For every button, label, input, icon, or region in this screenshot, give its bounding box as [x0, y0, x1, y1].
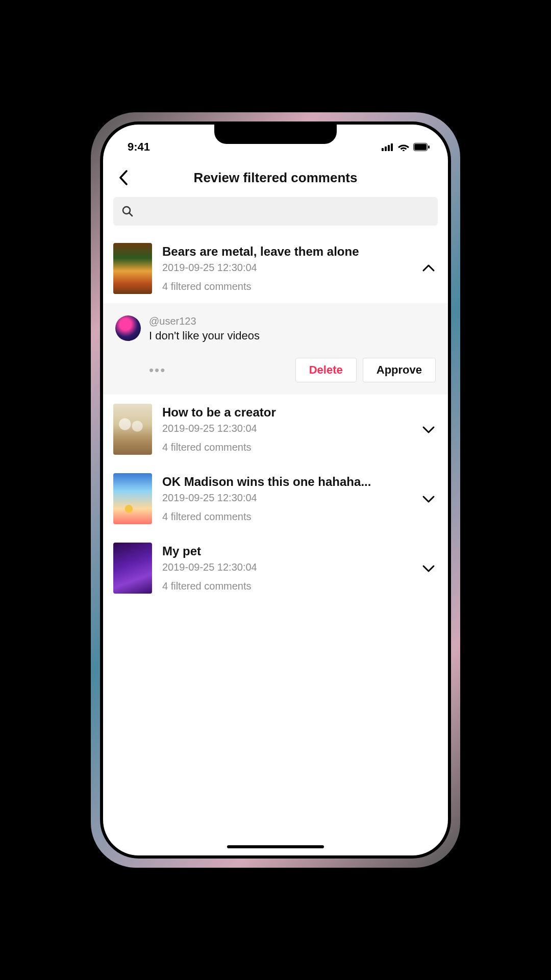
chevron-down-icon[interactable] — [421, 561, 436, 575]
chevron-up-icon[interactable] — [421, 261, 436, 276]
comment-block: @user123 I don't like your videos ••• De… — [103, 303, 448, 395]
search-icon — [121, 205, 134, 217]
video-item[interactable]: My pet 2019-09-25 12:30:04 4 filtered co… — [103, 533, 448, 603]
video-thumbnail — [113, 543, 152, 594]
chevron-down-icon[interactable] — [421, 422, 436, 436]
comment-body: @user123 I don't like your videos — [149, 315, 436, 342]
video-item[interactable]: Bears are metal, leave them alone 2019-0… — [103, 234, 448, 303]
video-thumbnail — [113, 404, 152, 455]
comment-row: @user123 I don't like your videos — [115, 315, 436, 342]
svg-line-8 — [130, 213, 133, 216]
video-item[interactable]: OK Madison wins this one hahaha... 2019-… — [103, 464, 448, 533]
video-date: 2019-09-25 12:30:04 — [162, 423, 411, 434]
svg-rect-0 — [382, 148, 384, 151]
back-button[interactable] — [113, 167, 134, 188]
search-container — [103, 197, 448, 234]
search-input[interactable] — [140, 206, 430, 217]
chevron-left-icon — [119, 170, 128, 185]
home-indicator[interactable] — [227, 845, 324, 848]
filtered-count: 4 filtered comments — [162, 281, 411, 292]
svg-rect-2 — [388, 145, 390, 151]
cellular-icon — [382, 143, 394, 151]
battery-icon — [413, 143, 430, 151]
video-thumbnail — [113, 243, 152, 294]
video-meta: How to be a creator 2019-09-25 12:30:04 … — [162, 405, 411, 453]
video-title: How to be a creator — [162, 405, 411, 420]
video-meta: OK Madison wins this one hahaha... 2019-… — [162, 475, 411, 523]
svg-rect-3 — [391, 143, 393, 151]
svg-rect-1 — [385, 146, 387, 151]
phone-bezel: 9:41 Review filtered comments — [100, 121, 451, 859]
phone-frame: 9:41 Review filtered comments — [91, 112, 460, 868]
filtered-count: 4 filtered comments — [162, 580, 411, 592]
chevron-down-icon[interactable] — [421, 492, 436, 506]
comment-username[interactable]: @user123 — [149, 315, 436, 327]
wifi-icon — [398, 143, 409, 151]
status-time: 9:41 — [128, 140, 150, 154]
screen: 9:41 Review filtered comments — [103, 125, 448, 855]
video-thumbnail — [113, 473, 152, 524]
video-title: OK Madison wins this one hahaha... — [162, 475, 411, 489]
video-date: 2019-09-25 12:30:04 — [162, 561, 411, 573]
video-meta: Bears are metal, leave them alone 2019-0… — [162, 244, 411, 292]
filtered-count: 4 filtered comments — [162, 442, 411, 453]
approve-button[interactable]: Approve — [363, 358, 436, 382]
comment-actions: ••• Delete Approve — [115, 358, 436, 382]
video-list[interactable]: Bears are metal, leave them alone 2019-0… — [103, 234, 448, 855]
comment-text: I don't like your videos — [149, 329, 436, 342]
svg-rect-6 — [428, 145, 430, 149]
video-meta: My pet 2019-09-25 12:30:04 4 filtered co… — [162, 544, 411, 592]
avatar[interactable] — [115, 315, 141, 341]
search-bar[interactable] — [113, 197, 438, 226]
page-title: Review filtered comments — [103, 170, 448, 186]
video-title: My pet — [162, 544, 411, 558]
svg-rect-5 — [414, 144, 427, 150]
filtered-count: 4 filtered comments — [162, 511, 411, 523]
video-title: Bears are metal, leave them alone — [162, 244, 411, 259]
video-date: 2019-09-25 12:30:04 — [162, 492, 411, 504]
nav-bar: Review filtered comments — [103, 162, 448, 197]
video-item[interactable]: How to be a creator 2019-09-25 12:30:04 … — [103, 395, 448, 464]
delete-button[interactable]: Delete — [295, 358, 357, 382]
status-icons — [382, 143, 430, 151]
more-icon[interactable]: ••• — [149, 363, 166, 377]
video-date: 2019-09-25 12:30:04 — [162, 262, 411, 274]
notch — [214, 125, 337, 144]
